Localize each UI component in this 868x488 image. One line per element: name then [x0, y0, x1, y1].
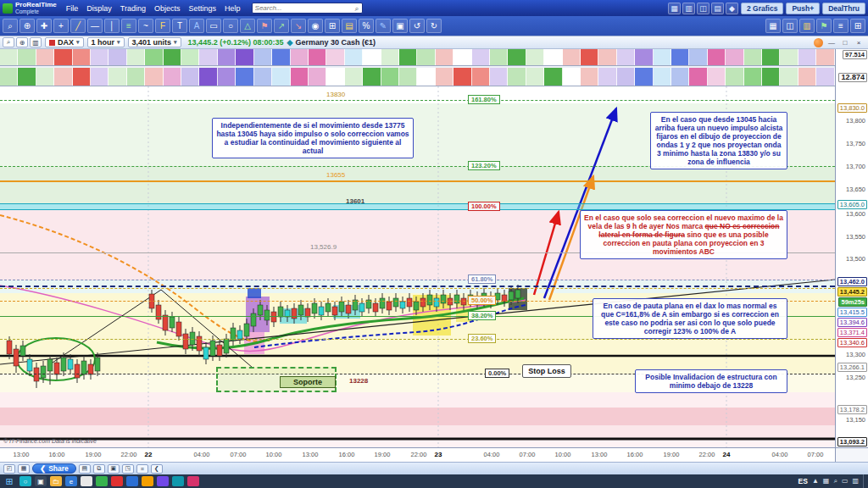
price-axis[interactable]: 97.51412.87413,830.013,80013,75013,70013… [835, 49, 868, 449]
menu-file[interactable]: File [62, 3, 83, 14]
note-impulse-projection[interactable]: En el caso que desde 13045 hacia arriba … [650, 112, 787, 169]
share-bar-icon-r2[interactable]: ⧉ [93, 464, 105, 474]
taskbar-app-11[interactable] [172, 476, 184, 486]
menubar-icon-5[interactable]: ◆ [726, 3, 738, 14]
triangle-tool-icon[interactable]: △ [240, 19, 255, 33]
trendline-tool-icon[interactable]: ╱ [70, 19, 86, 33]
button-push-[interactable]: Push+ [786, 3, 820, 14]
flag-tool-icon[interactable]: ⚑ [257, 19, 272, 33]
support-label[interactable]: Soporte [280, 376, 336, 388]
taskbar-tray-icon-1[interactable]: ▲ [812, 477, 819, 485]
stop-loss-label[interactable]: Stop Loss [522, 364, 571, 378]
cursor-tool-icon[interactable]: ✚ [36, 19, 52, 33]
target-tool-icon[interactable]: ◉ [308, 19, 323, 33]
symbol-selector[interactable]: DAX ▾ [45, 37, 84, 47]
minimize-button[interactable]: — [826, 39, 837, 47]
taskbar-app-4[interactable]: e [65, 476, 77, 486]
menu-settings[interactable]: Settings [185, 3, 221, 14]
menu-display[interactable]: Display [82, 3, 116, 14]
search-box[interactable]: ⌕ [252, 3, 363, 14]
share-bar-icon-r5[interactable]: ≡ [136, 464, 148, 474]
settings-grid-icon[interactable]: ⊞ [850, 19, 865, 33]
share-bar-icon-1[interactable]: ◰ [3, 464, 15, 474]
close-button[interactable]: × [854, 39, 864, 47]
chart-zoom-out-icon[interactable]: ⌕ [3, 37, 14, 47]
taskbar-app-7[interactable] [111, 476, 123, 486]
button-2-grafics[interactable]: 2 Grafics [741, 3, 783, 14]
menubar-icon-2[interactable]: ▥ [682, 3, 695, 14]
timeframe-selector[interactable]: 1 hour ▾ [87, 37, 125, 47]
horizontal-line-tool-icon[interactable]: ― [87, 19, 103, 33]
zoom-out-icon[interactable]: ⌕ [3, 19, 18, 33]
chart-type-icon[interactable]: ▥ [30, 37, 42, 47]
share-bar-icon-r1[interactable]: ▤ [79, 464, 91, 474]
share-bar-icon-r4[interactable]: ◳ [122, 464, 134, 474]
start-button[interactable]: ⊞ [3, 476, 16, 487]
symbol-color-icon [49, 40, 55, 46]
taskbar-app-10[interactable] [157, 476, 169, 486]
wave-tool-icon[interactable]: ~ [138, 19, 153, 33]
grid-tool-icon[interactable]: ⊞ [325, 19, 340, 33]
taskbar-tray-icon-4[interactable]: ▭ [842, 477, 849, 485]
arrow-up-tool-icon[interactable]: ↗ [274, 19, 289, 33]
menubar-icon-4[interactable]: ▤ [711, 3, 724, 14]
channel-tool-icon[interactable]: ≡ [121, 19, 136, 33]
chart-zoom-in-icon[interactable]: ⊕ [16, 37, 28, 47]
indicators-icon[interactable]: ▤ [342, 19, 357, 33]
share-bar-icon-r6[interactable]: ❮ [151, 464, 163, 474]
label-tool-icon[interactable]: A [189, 19, 204, 33]
taskbar-app-9[interactable] [142, 476, 153, 486]
taskbar-tray-icon-3[interactable]: ⌕ [833, 477, 837, 485]
alerts-icon[interactable]: ⚑ [816, 19, 832, 33]
share-bar-icon-r3[interactable]: ▣ [108, 464, 120, 474]
taskbar-app-12[interactable] [187, 476, 199, 486]
pencil-tool-icon[interactable]: ✎ [376, 19, 391, 33]
show-desktop-button[interactable] [863, 474, 865, 488]
taskbar-app-5[interactable] [81, 476, 92, 486]
units-selector[interactable]: 3,401 units ▾ [128, 37, 181, 47]
text-tool-icon[interactable]: T [172, 19, 187, 33]
taskbar-app-2[interactable]: ▣ [35, 476, 47, 486]
percent-tool-icon[interactable]: % [359, 19, 374, 33]
layout-icon[interactable]: ▦ [765, 19, 781, 33]
taskbar-app-3[interactable]: 🗀 [50, 476, 62, 486]
note-flat-rule[interactable]: En caso de pauta plana en el dax lo mas … [593, 298, 787, 339]
note-invalidation[interactable]: Posible Invalidacion de estructura con m… [635, 369, 787, 393]
button-dealthru[interactable]: DealThru [822, 3, 865, 14]
erase-tool-icon[interactable]: ▣ [392, 19, 408, 33]
maximize-button[interactable]: □ [840, 39, 850, 47]
ellipse-tool-icon[interactable]: ○ [223, 19, 238, 33]
undo-icon[interactable]: ↺ [409, 19, 425, 33]
taskbar-tray-icon-5[interactable]: ▥ [852, 477, 859, 485]
taskbar-tray-icon-2[interactable]: ▦ [823, 477, 830, 485]
time-axis[interactable]: 13:0016:0019:0022:002204:0007:0010:0013:… [0, 447, 835, 462]
taskbar-app-6[interactable] [96, 476, 108, 486]
menubar-icon-1[interactable]: ▦ [668, 3, 681, 14]
language-indicator[interactable]: ES [798, 477, 808, 485]
prorealtime-fox-icon[interactable] [814, 38, 823, 47]
heatmap-cell [127, 49, 145, 65]
rectangle-tool-icon[interactable]: ▭ [206, 19, 221, 33]
menu-objects[interactable]: Objects [150, 3, 185, 14]
menu-trading[interactable]: Trading [116, 3, 150, 14]
search-input[interactable] [255, 4, 355, 12]
vertical-line-tool-icon[interactable]: │ [104, 19, 120, 33]
chart-plot-area[interactable]: 161.80%13830123.20%100.00%1360161.80%50.… [0, 86, 835, 447]
split-view-icon[interactable]: ◫ [782, 19, 798, 33]
taskbar-app-8[interactable] [126, 476, 138, 486]
menu-help[interactable]: Help [220, 3, 245, 14]
list-icon[interactable]: ≡ [833, 19, 849, 33]
share-bar-icon-2[interactable]: ▦ [18, 464, 30, 474]
note-study-continuation[interactable]: Independientemente de si el movimiento d… [212, 118, 414, 158]
workspace-icon[interactable]: ▥ [799, 19, 815, 33]
share-button[interactable]: ❮ Share [32, 463, 76, 474]
heatmap-cell [744, 68, 762, 86]
menubar-icon-3[interactable]: ◫ [697, 3, 709, 14]
redo-icon[interactable]: ↻ [426, 19, 442, 33]
arrow-down-tool-icon[interactable]: ↘ [291, 19, 306, 33]
note-flat-correction[interactable]: En el caso que solo sea correccion el nu… [580, 210, 787, 259]
crosshair-tool-icon[interactable]: + [53, 19, 69, 33]
fibonacci-tool-icon[interactable]: F [155, 19, 170, 33]
zoom-in-icon[interactable]: ⊕ [19, 19, 35, 33]
taskbar-app-1[interactable]: ○ [19, 476, 31, 486]
